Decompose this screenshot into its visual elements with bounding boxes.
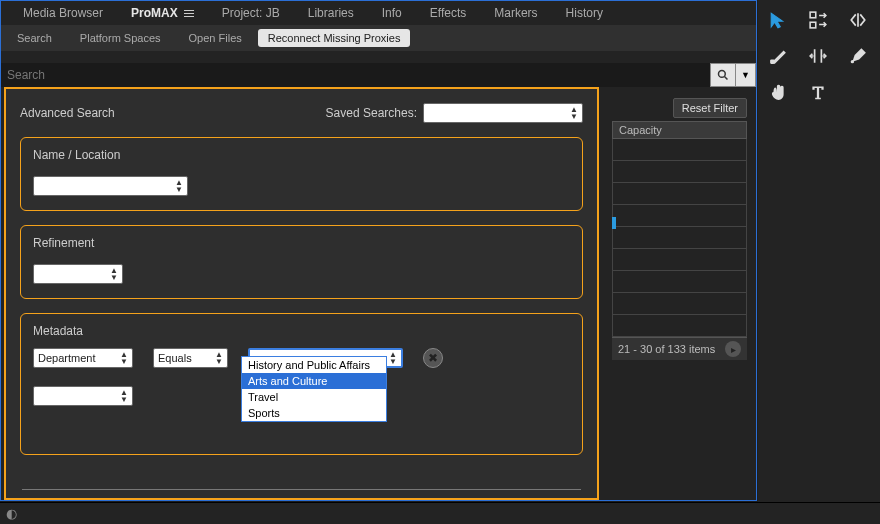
sub-tab-bar: Search Platform Spaces Open Files Reconn… <box>1 25 756 51</box>
selection-indicator <box>612 217 616 229</box>
metadata-value-dropdown: History and Public Affairs Arts and Cult… <box>241 356 387 422</box>
capacity-grid <box>612 139 747 337</box>
svg-rect-2 <box>810 12 816 18</box>
capacity-column: Capacity 21 - 30 of 133 items ▸ <box>612 121 747 360</box>
name-location-select[interactable]: ▲▼ <box>33 176 188 196</box>
subtab-platform-spaces[interactable]: Platform Spaces <box>68 28 173 48</box>
status-bar: ◐ <box>0 502 880 524</box>
table-row[interactable] <box>613 139 746 161</box>
table-row[interactable] <box>613 205 746 227</box>
metadata-add-select[interactable]: ▲▼ <box>33 386 133 406</box>
capacity-header[interactable]: Capacity <box>612 121 747 139</box>
pager: 21 - 30 of 133 items ▸ <box>612 337 747 360</box>
search-button[interactable] <box>710 63 736 87</box>
advanced-search-panel: Advanced Search Saved Searches: ▲▼ Name … <box>4 87 599 500</box>
tab-promax[interactable]: ProMAX <box>117 2 208 24</box>
ripple-edit-icon[interactable] <box>846 8 870 32</box>
tab-history[interactable]: History <box>552 2 617 24</box>
advanced-search-title: Advanced Search <box>20 106 115 120</box>
selection-tool-icon[interactable] <box>766 8 790 32</box>
refinement-select[interactable]: ▲▼ <box>33 264 123 284</box>
search-input[interactable] <box>1 63 710 87</box>
top-tab-bar: Media Browser ProMAX Project: JB Librari… <box>1 1 756 25</box>
filter-header: Reset Filter <box>612 98 747 118</box>
track-select-forward-icon[interactable] <box>806 8 830 32</box>
refinement-section: Refinement ▲▼ <box>20 225 583 299</box>
tab-project[interactable]: Project: JB <box>208 2 294 24</box>
subtab-search[interactable]: Search <box>5 28 64 48</box>
svg-point-8 <box>851 60 854 63</box>
type-tool-icon[interactable] <box>806 80 830 104</box>
refinement-title: Refinement <box>33 236 570 250</box>
dropdown-option[interactable]: Travel <box>242 389 386 405</box>
tab-effects[interactable]: Effects <box>416 2 480 24</box>
name-location-title: Name / Location <box>33 148 570 162</box>
table-row[interactable] <box>613 227 746 249</box>
metadata-title: Metadata <box>33 324 570 338</box>
search-row: ▼ <box>1 63 756 87</box>
reset-filter-button[interactable]: Reset Filter <box>673 98 747 118</box>
dropdown-option[interactable]: History and Public Affairs <box>242 357 386 373</box>
tool-panel <box>758 0 880 524</box>
metadata-operator-select[interactable]: Equals▲▼ <box>153 348 228 368</box>
tab-markers[interactable]: Markers <box>480 2 551 24</box>
search-dropdown-toggle[interactable]: ▼ <box>736 63 756 87</box>
table-row[interactable] <box>613 161 746 183</box>
svg-rect-5 <box>770 59 775 64</box>
name-location-section: Name / Location ▲▼ <box>20 137 583 211</box>
tab-media-browser[interactable]: Media Browser <box>9 2 117 24</box>
metadata-field-select[interactable]: Department▲▼ <box>33 348 133 368</box>
table-row[interactable] <box>613 315 746 337</box>
svg-point-0 <box>719 71 726 78</box>
tab-libraries[interactable]: Libraries <box>294 2 368 24</box>
svg-rect-3 <box>810 22 816 28</box>
subtab-reconnect-proxies[interactable]: Reconnect Missing Proxies <box>258 29 411 47</box>
pen-tool-icon[interactable] <box>846 44 870 68</box>
saved-searches-label: Saved Searches: <box>326 106 417 120</box>
table-row[interactable] <box>613 293 746 315</box>
hand-tool-icon[interactable] <box>766 80 790 104</box>
table-row[interactable] <box>613 183 746 205</box>
razor-tool-icon[interactable] <box>766 44 790 68</box>
main-panel: Media Browser ProMAX Project: JB Librari… <box>0 0 757 501</box>
dropdown-option[interactable]: Arts and Culture <box>242 373 386 389</box>
divider <box>22 489 581 490</box>
search-icon <box>717 69 729 81</box>
pager-next-icon[interactable]: ▸ <box>725 341 741 357</box>
pager-text: 21 - 30 of 133 items <box>618 343 715 355</box>
tab-info[interactable]: Info <box>368 2 416 24</box>
hamburger-icon[interactable] <box>184 10 194 17</box>
slip-tool-icon[interactable] <box>806 44 830 68</box>
tab-promax-label: ProMAX <box>131 6 178 20</box>
subtab-open-files[interactable]: Open Files <box>177 28 254 48</box>
table-row[interactable] <box>613 249 746 271</box>
svg-line-1 <box>725 77 728 80</box>
dropdown-option[interactable]: Sports <box>242 405 386 421</box>
saved-searches-select[interactable]: ▲▼ <box>423 103 583 123</box>
remove-row-button[interactable]: ✖ <box>423 348 443 368</box>
table-row[interactable] <box>613 271 746 293</box>
creative-cloud-icon[interactable]: ◐ <box>6 506 17 521</box>
